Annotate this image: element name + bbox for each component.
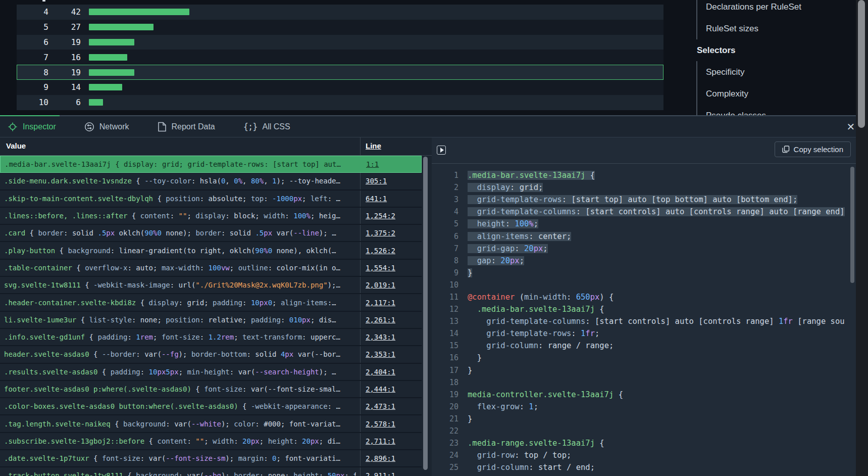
value-table: Value Line .media-bar.svelte-13aai7j { d… — [0, 137, 432, 476]
line-link[interactable]: 2,261:1 — [366, 316, 395, 324]
chart-bar — [89, 39, 134, 45]
page-scrollbar-track[interactable] — [856, 0, 868, 476]
line-link[interactable]: 1,254:2 — [366, 212, 395, 220]
code-line: 8 gap: 20px; — [432, 255, 856, 267]
code-line: 4 grid-template-columns: [start controls… — [432, 206, 856, 218]
code-line: 21} — [432, 413, 856, 425]
chart-row[interactable]: 716 — [17, 50, 663, 65]
rule-preview: .lines::before, .lines::after { content:… — [4, 208, 356, 224]
chart-row[interactable]: 527 — [17, 20, 663, 35]
chart-row[interactable]: 819 — [17, 65, 663, 80]
toc-item-complexity[interactable]: Complexity — [706, 83, 863, 105]
line-link[interactable]: 2,444:1 — [366, 385, 395, 393]
chart-rank-value: 10 — [17, 98, 48, 107]
line-link[interactable]: 2,353:1 — [366, 350, 395, 358]
line-link[interactable]: 2,896:1 — [366, 454, 395, 462]
line-number: 22 — [432, 426, 458, 436]
line-link[interactable]: 2,404:1 — [366, 368, 395, 376]
chart-count-value: 42 — [48, 7, 81, 17]
line-link[interactable]: 2,343:1 — [366, 333, 395, 341]
rule-preview: .table-container { overflow-x: auto; max… — [4, 260, 356, 276]
value-table-row[interactable]: .lines::before, .lines::after { content:… — [0, 208, 422, 225]
value-table-row[interactable]: footer.svelte-asdas0 p:where(.svelte-asd… — [0, 381, 422, 398]
sidebar-toggle-icon[interactable] — [437, 146, 446, 155]
rule-preview: .side-menu.dark.svelte-1vsndze { --toy-c… — [4, 173, 356, 189]
report-toc: Declarations per RuleSetRuleSet sizesSel… — [696, 0, 863, 115]
code-line: 18 — [432, 376, 856, 389]
line-cell: 2,473:1 — [366, 398, 395, 414]
code-line: 5 height: 100%; — [432, 218, 856, 230]
chart-row[interactable]: 914 — [17, 80, 663, 95]
line-number: 24 — [432, 451, 458, 460]
panel-tabbar: InspectorNetworkReport Data{;}All CSS✕ — [0, 116, 856, 137]
line-cell: 2,019:1 — [366, 277, 395, 293]
line-link[interactable]: 305:1 — [366, 177, 387, 185]
toc-item-pseudo-classes[interactable]: Pseudo classes — [706, 105, 863, 115]
copy-selection-button[interactable]: Copy selection — [775, 141, 851, 157]
line-number: 1 — [432, 171, 458, 180]
line-cell: 2,343:1 — [366, 329, 395, 345]
value-table-row[interactable]: .table-container { overflow-x: auto; max… — [0, 260, 422, 277]
value-table-row[interactable]: header.svelte-asdas0 { --border: var(--f… — [0, 346, 422, 363]
chart-rank-value: 5 — [17, 22, 48, 32]
value-table-row[interactable]: .results.svelte-asdas0 { padding: 10px 5… — [0, 364, 422, 381]
code-line: 3 grid-template-rows: [start top] auto [… — [432, 194, 856, 206]
chart-rank-value: 6 — [17, 37, 48, 47]
line-link[interactable]: 641:1 — [366, 195, 387, 203]
line-number: 18 — [432, 378, 458, 387]
value-table-row[interactable]: .media-bar.svelte-13aai7j { display: gri… — [0, 156, 422, 173]
rule-preview: .results.svelte-asdas0 { padding: 10px 5… — [4, 364, 356, 380]
value-table-row[interactable]: .header-container.svelte-kbdi8z { displa… — [0, 294, 422, 311]
value-table-row[interactable]: .info.svelte-gd1unf { padding: 1rem; fon… — [0, 329, 422, 346]
network-icon — [84, 122, 94, 132]
value-table-scrollbar[interactable] — [423, 157, 428, 470]
value-table-row[interactable]: .play-button { background: linear-gradie… — [0, 242, 422, 259]
tab-report-data[interactable]: Report Data — [158, 122, 215, 132]
tab-inspector[interactable]: Inspector — [8, 122, 56, 132]
value-table-row[interactable]: svg.svelte-1tw8111 { -webkit-mask-image:… — [0, 277, 422, 294]
line-cell: 2,578:1 — [366, 415, 395, 432]
line-number: 19 — [432, 390, 458, 399]
value-table-row[interactable]: .card { border: solid .5px oklch(90% 0 n… — [0, 225, 422, 242]
report-data-icon — [158, 122, 167, 132]
value-table-row[interactable]: .date.svelte-1p7tuxr { font-size: var(--… — [0, 450, 422, 467]
line-link[interactable]: 1:1 — [366, 160, 379, 168]
value-table-row[interactable]: .track-button.svelte-1tw8111 { backgroun… — [0, 467, 422, 476]
toc-item-declarations-per-ruleset[interactable]: Declarations per RuleSet — [706, 0, 863, 18]
value-table-row[interactable]: .skip-to-main-content.svelte-dbylqh { po… — [0, 191, 422, 208]
line-link[interactable]: 2,473:1 — [366, 402, 395, 410]
code-scrollbar[interactable] — [850, 167, 854, 283]
toc-item-specificity[interactable]: Specificity — [706, 61, 863, 83]
line-number: 23 — [432, 439, 458, 448]
line-link[interactable]: 1,526:2 — [366, 247, 395, 255]
line-link[interactable]: 2,578:1 — [366, 420, 395, 428]
chart-row[interactable]: 442 — [17, 5, 663, 20]
tab-network[interactable]: Network — [84, 122, 129, 132]
toc-item-ruleset-sizes[interactable]: RuleSet sizes — [706, 18, 863, 39]
rule-preview: .card { border: solid .5px oklch(90% 0 n… — [4, 225, 356, 241]
line-column-header[interactable]: Line — [366, 141, 381, 150]
line-link[interactable]: 2,711:1 — [366, 437, 395, 445]
line-cell: 305:1 — [366, 173, 387, 189]
page-scrollbar-thumb[interactable] — [858, 0, 865, 128]
line-link[interactable]: 1,554:1 — [366, 264, 395, 272]
code-lines: 1.media-bar.svelte-13aai7j {2 display: g… — [432, 164, 856, 476]
line-link[interactable]: 2,911:1 — [366, 471, 395, 476]
code-text: display: grid; — [468, 183, 543, 192]
code-text: } — [468, 268, 472, 277]
line-link[interactable]: 2,019:1 — [366, 281, 395, 289]
value-table-row[interactable]: li.svelte-1ume3ur { list-style: none; po… — [0, 312, 422, 329]
tab-all-css[interactable]: {;}All CSS — [243, 122, 290, 132]
line-number: 7 — [432, 244, 458, 253]
value-table-row[interactable]: .color-boxes.svelte-asdas0 button:where(… — [0, 398, 422, 415]
code-text: grid-template-columns: [start controls] … — [468, 207, 845, 216]
value-table-row[interactable]: .side-menu.dark.svelte-1vsndze { --toy-c… — [0, 173, 422, 190]
value-table-row[interactable]: .tag.length.svelte-naikeq { background: … — [0, 415, 422, 433]
chart-row[interactable]: 106 — [17, 95, 663, 110]
line-cell: 1,254:2 — [366, 208, 395, 224]
chart-row[interactable]: 619 — [17, 35, 663, 50]
line-link[interactable]: 2,117:1 — [366, 299, 395, 307]
line-link[interactable]: 1,375:2 — [366, 229, 395, 237]
value-table-row[interactable]: .subscribe.svelte-13gboj2::before { cont… — [0, 433, 422, 450]
clipped-row-digit — [42, 0, 45, 2]
